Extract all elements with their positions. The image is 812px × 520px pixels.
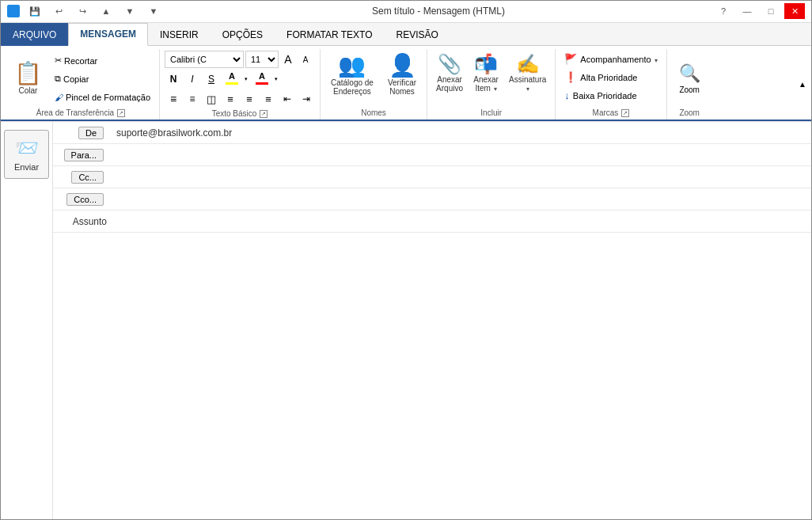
highlight-color-bar [226,82,238,85]
cc-input[interactable] [113,170,811,184]
subject-input[interactable] [113,214,811,229]
bcc-button[interactable]: Cco... [66,193,104,206]
close-btn[interactable]: ✕ [784,3,805,19]
check-names-icon: 👤 [389,55,416,77]
underline-button[interactable]: S [203,70,220,88]
paste-icon: 📋 [14,63,42,85]
window-title: Sem título - Mensagem (HTML) [164,6,713,17]
flag-icon: 🚩 [564,53,577,65]
font-name-select[interactable]: Calibri (C [165,51,244,68]
align-center-button[interactable]: ≡ [241,90,258,108]
attach-item-button[interactable]: 📬 AnexarItem ▾ [469,51,503,97]
paste-button[interactable]: 📋 Colar [7,51,49,107]
align-left-button[interactable]: ≡ [222,90,239,108]
font-size-select[interactable]: 11 [245,51,279,68]
send-button[interactable]: 📨 Enviar [4,130,49,179]
to-input[interactable] [113,148,811,162]
ribbon: 📋 Colar ✂ Recortar ⧉ Copiar 🖌 Pincel de … [1,46,811,121]
address-book-icon: 👥 [338,55,366,77]
address-book-button[interactable]: 👥 Catálogo deEndereços [325,51,379,100]
to-button[interactable]: Para... [64,149,104,161]
format-painter-button[interactable]: 🖌 Pincel de Formatação [51,89,154,106]
email-fields: De suporte@brasilwork.com.br Para... Cc.… [53,122,811,519]
content-area: 📨 Enviar De suporte@brasilwork.com.br Pa… [1,121,811,519]
bold-button[interactable]: N [165,70,182,88]
tab-mensagem[interactable]: MENSAGEM [68,23,148,46]
to-row: Para... [53,144,811,166]
marcas-expander[interactable]: ↗ [621,109,629,117]
from-label[interactable]: De [53,124,113,142]
clipboard-expander[interactable]: ↗ [117,109,125,117]
tab-inserir[interactable]: INSERIR [148,23,211,46]
tab-revisao[interactable]: REVISÃO [385,23,450,46]
highlight-dropdown[interactable]: ▾ [242,70,250,88]
quick-save-btn[interactable]: 💾 [25,3,45,19]
italic-button[interactable]: I [184,70,201,88]
cc-row: Cc... [53,166,811,188]
text-basic-group: Calibri (C 11 A A N I S A [160,49,321,120]
attach-file-button[interactable]: 📎 AnexarArquivo [432,51,467,97]
tab-opcoes[interactable]: OPÇÕES [211,23,275,46]
zoom-content: 🔍 Zoom [672,51,708,107]
to-label-wrap: Para... [53,146,113,164]
signature-button[interactable]: ✍ Assinatura▾ [505,51,550,97]
quick-down-btn[interactable]: ▼ [120,3,140,19]
from-row: De suporte@brasilwork.com.br [53,122,811,144]
app-icon [7,5,20,17]
help-btn[interactable]: ? [713,3,734,19]
baixa-prioridade-label: Baixa Prioridade [573,91,637,101]
subject-label: Assunto [53,214,113,230]
font-row-3: ≡ ≡ ◫ ≡ ≡ ≡ ⇤ ⇥ [165,90,315,108]
text-basic-expander[interactable]: ↗ [260,110,268,118]
bcc-input[interactable] [113,192,811,207]
check-names-button[interactable]: 👤 VerificarNomes [382,51,422,100]
acompanhamento-button[interactable]: 🚩 Acompanhamento ▾ [560,51,661,67]
maximize-btn[interactable]: □ [761,3,781,19]
names-content: 👥 Catálogo deEndereços 👤 VerificarNomes [325,51,422,107]
quick-undo-btn[interactable]: ↩ [48,3,69,19]
highlight-button[interactable]: A [222,70,242,88]
indent-decrease-button[interactable]: ⇤ [279,90,296,108]
highlight-wrap: A ▾ [222,70,250,88]
names-label: Nomes [325,107,422,120]
cut-button[interactable]: ✂ Recortar [51,52,154,70]
scissors-icon: ✂ [55,55,62,66]
numbered-list-button[interactable]: ≡ [184,90,201,108]
bullet-list-button[interactable]: ≡ [165,90,182,108]
quick-redo-btn[interactable]: ↪ [72,3,93,19]
email-body[interactable] [53,233,811,519]
ribbon-tabs: ARQUIVO MENSAGEM INSERIR OPÇÕES FORMATAR… [1,23,811,47]
font-size-increase-btn[interactable]: A [280,51,296,67]
attach-item-wrap: 📬 AnexarItem ▾ [469,51,503,97]
down-arrow-icon: ↓ [564,89,570,101]
cc-button[interactable]: Cc... [71,171,104,184]
baixa-prioridade-button[interactable]: ↓ Baixa Prioridade [560,87,661,104]
acompanhamento-label: Acompanhamento ▾ [580,55,657,64]
alta-prioridade-button[interactable]: ❗ Alta Prioridade [560,69,661,85]
marcas-group: 🚩 Acompanhamento ▾ ❗ Alta Prioridade ↓ B… [556,49,666,120]
font-size-decrease-btn[interactable]: A [298,51,313,67]
bcc-label-wrap: Cco... [53,191,113,208]
subject-row: Assunto [53,211,811,233]
include-group: 📎 AnexarArquivo 📬 AnexarItem ▾ ✍ Assinat… [427,49,556,120]
marcas-content: 🚩 Acompanhamento ▾ ❗ Alta Prioridade ↓ B… [560,51,661,107]
indent-increase-button[interactable]: ⇥ [298,90,315,108]
clipboard-content: 📋 Colar ✂ Recortar ⧉ Copiar 🖌 Pincel de … [7,51,154,107]
bcc-row: Cco... [53,188,811,211]
quick-up-btn[interactable]: ▲ [96,3,116,19]
minimize-btn[interactable]: — [737,3,757,19]
from-button[interactable]: De [78,127,104,139]
title-bar-left: 💾 ↩ ↪ ▲ ▼ ▼ [7,3,164,19]
zoom-button[interactable]: 🔍 Zoom [672,58,708,100]
font-color-dropdown[interactable]: ▾ [272,70,280,88]
ribbon-collapse-button[interactable]: ▲ [795,49,810,120]
quick-more-btn[interactable]: ▼ [143,3,164,19]
tab-arquivo[interactable]: ARQUIVO [1,23,68,46]
text-basic-content: Calibri (C 11 A A N I S A [165,51,315,108]
clear-format-button[interactable]: ◫ [203,90,220,108]
zoom-label: Zoom [679,85,700,94]
tab-formatar-texto[interactable]: FORMATAR TEXTO [275,23,384,46]
align-right-button[interactable]: ≡ [260,90,277,108]
font-color-button[interactable]: A [252,70,272,88]
copy-button[interactable]: ⧉ Copiar [51,70,154,88]
